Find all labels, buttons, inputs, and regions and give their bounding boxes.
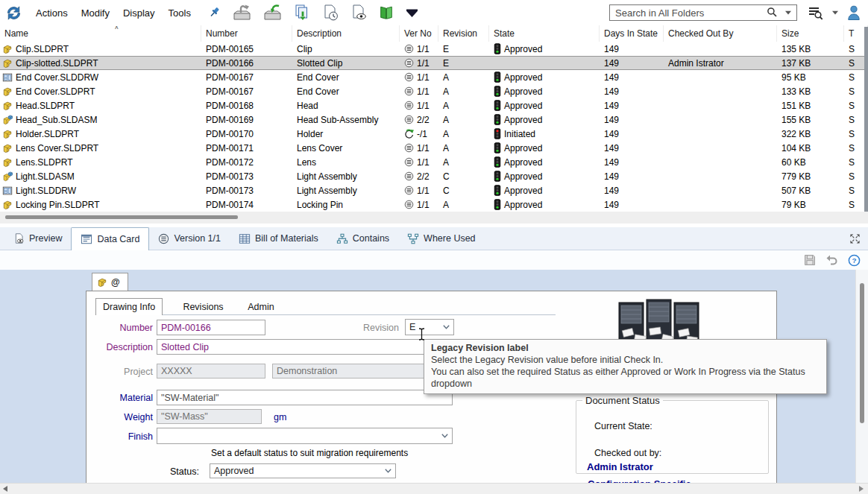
file-row[interactable]: Locking Pin.SLDPRTPDM-00174Locking Pin1/… [0,197,868,212]
status-combo[interactable]: Approved [210,463,396,478]
card-tab-admin[interactable]: Admin [241,300,280,314]
cell-text: A [443,86,449,97]
check-in-icon[interactable] [262,4,283,22]
column-header-description[interactable]: Description [292,25,400,42]
file-row[interactable]: Clip.SLDPRTPDM-00165Clip1/1EApproved1491… [0,42,868,56]
sort-ascending-caret: ∧ [114,25,119,31]
cell-text: 1/1 [417,143,430,153]
column-header-ver-no[interactable]: Ver No [400,25,438,42]
cell-text: Holder.SLDPRT [16,129,79,139]
more-actions-chevron[interactable] [405,8,419,18]
cell-text: 149 [604,86,619,97]
card-tab-drawing-info[interactable]: Drawing Info [95,298,163,315]
get-version-icon[interactable] [321,4,339,22]
vault-view-icon[interactable] [378,4,394,22]
cell-text: S [849,143,855,153]
column-header-checked-out-by[interactable]: Checked Out By [664,25,777,42]
cell: 135 KB [777,42,844,56]
number-field[interactable] [157,320,265,335]
revision-combo[interactable]: E [405,319,454,335]
file-list-horizontal-scrollbar[interactable] [0,212,868,224]
tab-data-card[interactable]: Data Card [71,227,149,250]
cell: 151 KB [777,98,844,113]
state-approved-icon [494,72,501,83]
finish-label: Finish [30,431,153,442]
file-row[interactable]: End Cover.SLDPRTPDM-00167End Cover1/1AAp… [0,84,868,98]
check-out-icon[interactable] [232,4,252,22]
file-row[interactable]: Lens.SLDPRTPDM-00172Lens1/1AApproved1496… [0,155,868,169]
file-row[interactable]: Head_Sub.SLDASMPDM-00169Head Sub-Assembl… [0,113,868,127]
cell: End Cover.SLDPRT [0,84,201,98]
file-row[interactable]: Light.SLDDRWPDM-00173Light Assembly1/1CA… [0,183,868,197]
search-icon[interactable] [767,7,778,18]
help-icon[interactable]: ? [848,254,861,267]
column-header-number[interactable]: Number [201,25,292,42]
user-icon[interactable] [847,5,861,20]
cell: 79 KB [777,197,844,212]
cell: Holder.SLDPRT [0,127,201,141]
card-tab-revisions[interactable]: Revisions [176,300,230,314]
version-icon [404,186,414,195]
cell-text: A [443,143,449,153]
menu-modify[interactable]: Modify [75,7,116,19]
file-row[interactable]: Light.SLDASMPDM-00173Light Assembly2/2CA… [0,169,868,183]
tab-contains[interactable]: Contains [327,227,398,250]
menu-actions[interactable]: Actions [29,7,75,19]
cell: C [438,169,489,183]
tab-bill-of-materials[interactable]: Bill of Materials [230,227,327,250]
bottom-scrollbar[interactable] [0,483,868,494]
menu-tools[interactable]: Tools [162,7,198,19]
svg-text:?: ? [852,256,856,265]
cell-text: Approved [504,143,542,153]
material-field[interactable] [157,390,453,405]
scroll-right-arrow[interactable] [858,486,864,492]
cell-text: 149 [604,186,619,196]
status-label: Status: [170,466,199,477]
tab-version-1-1[interactable]: Version 1/1 [149,227,230,250]
column-header-size[interactable]: Size [777,25,844,42]
description-label: Description [30,342,153,352]
file-row[interactable]: End Cover.SLDDRWPDM-00167End Cover1/1AAp… [0,70,868,84]
file-card-tab[interactable]: @ [92,273,128,291]
advanced-search-icon[interactable] [808,6,823,20]
pin-icon[interactable] [207,6,221,20]
cell [664,183,777,197]
cell: PDM-00167 [201,70,292,84]
cell-text: End Cover.SLDDRW [16,72,98,83]
dropdown-caret[interactable] [832,10,838,15]
file-row[interactable]: Clip-slotted.SLDPRTPDM-00166Slotted Clip… [0,56,868,70]
cell-text: 149 [604,115,619,125]
view-file-icon[interactable] [350,4,368,22]
cell: PDM-00165 [201,42,292,56]
cell-text: Clip.SLDPRT [16,44,69,54]
finish-combo[interactable] [157,428,453,444]
column-header-state[interactable]: State [489,25,600,42]
scrollbar-thumb[interactable] [5,215,238,219]
cell: 322 KB [777,127,844,141]
tab-preview[interactable]: Preview [4,227,71,250]
expand-icon[interactable] [849,233,861,244]
cell-text: Approved [504,157,542,168]
undo-icon[interactable] [825,254,838,266]
weight-label: Weight [30,412,153,422]
cell: 155 KB [777,113,844,127]
scroll-left-arrow[interactable] [3,486,8,492]
tab-label: Bill of Materials [255,233,318,244]
dropdown-caret[interactable] [785,10,791,15]
file-row[interactable]: Holder.SLDPRTPDM-00170Holder-/1AInitiate… [0,127,868,141]
file-list-vertical-scrollbar[interactable] [864,27,868,212]
version-icon [404,115,414,124]
menu-display[interactable]: Display [116,7,162,19]
column-header-name[interactable]: Name [0,25,201,42]
state-approved-icon [494,185,501,196]
column-header-days-in-state[interactable]: Days In State [600,25,664,42]
file-row[interactable]: Head.SLDPRTPDM-00168Head1/1AApproved1491… [0,98,868,113]
scrollbar-thumb[interactable] [860,283,864,423]
file-row[interactable]: Lens Cover.SLDPRTPDM-00171Lens Cover1/1A… [0,141,868,155]
card-vertical-scrollbar[interactable] [855,270,868,484]
get-latest-version-icon[interactable] [293,4,311,22]
save-icon[interactable] [804,254,816,266]
column-header-revision[interactable]: Revision [438,25,489,42]
tab-where-used[interactable]: Where Used [398,227,484,250]
number-label: Number [30,323,153,333]
